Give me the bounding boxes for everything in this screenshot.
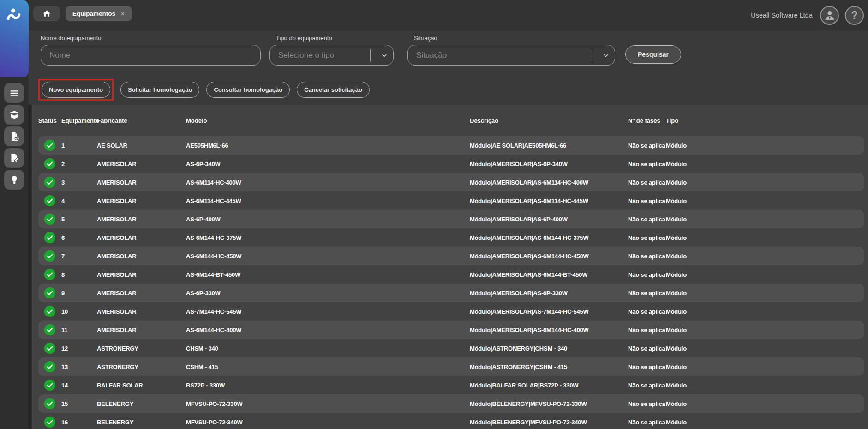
cell-tipo: Módulo bbox=[666, 327, 864, 334]
cell-descricao: Módulo|BELENERGY|MFVSU-PO-72-330W bbox=[470, 400, 628, 407]
col-header-status: Status bbox=[38, 117, 61, 124]
home-icon bbox=[42, 9, 51, 18]
status-ok-icon bbox=[44, 195, 56, 207]
table-row[interactable]: 14 BALFAR SOLAR BS72P - 330W Módulo|BALF… bbox=[38, 376, 864, 394]
company-name: Useall Software Ltda bbox=[751, 12, 813, 19]
table-row[interactable]: 11 AMERISOLAR AS-6M144-HC-400W Módulo|AM… bbox=[38, 321, 864, 339]
search-button[interactable]: Pesquisar bbox=[625, 45, 681, 64]
cell-descricao: Módulo|BELENERGY|MFVSU-PO-72-340W bbox=[470, 419, 628, 426]
select-separator bbox=[592, 49, 592, 61]
table-row[interactable]: 4 AMERISOLAR AS-6M114-HC-445W Módulo|AME… bbox=[38, 191, 864, 210]
chevron-down-icon[interactable] bbox=[376, 52, 393, 59]
table-row[interactable]: 3 AMERISOLAR AS-6M114-HC-400W Módulo|AME… bbox=[38, 173, 864, 191]
table-scrollbar[interactable] bbox=[29, 105, 32, 429]
cell-tipo: Módulo bbox=[666, 419, 864, 426]
cell-tipo: Módulo bbox=[666, 142, 864, 149]
cell-equipamento: 7 bbox=[61, 253, 97, 260]
user-menu-button[interactable] bbox=[820, 6, 839, 25]
cell-fabricante: AMERISOLAR bbox=[97, 161, 186, 167]
topbar: Equipamentos ✕ Useall Software Ltda ? bbox=[29, 0, 868, 30]
cancel-request-button[interactable]: Cancelar solicitação bbox=[297, 82, 370, 98]
cell-fases: Não se aplica bbox=[628, 327, 666, 334]
cell-equipamento: 12 bbox=[61, 345, 97, 352]
table-row[interactable]: 7 AMERISOLAR AS-6M144-HC-450W Módulo|AME… bbox=[38, 247, 864, 265]
table-body: 1 AE SOLAR AE505HM6L-66 Módulo|AE SOLAR|… bbox=[38, 136, 864, 429]
table-row[interactable]: 1 AE SOLAR AE505HM6L-66 Módulo|AE SOLAR|… bbox=[38, 136, 864, 155]
situation-filter-select[interactable]: Situação bbox=[407, 45, 615, 66]
request-homologation-button[interactable]: Solicitar homologação bbox=[120, 82, 199, 98]
sidebar-item-ideas[interactable] bbox=[4, 170, 24, 190]
user-icon bbox=[823, 8, 837, 22]
name-filter-label: Nome do equipamento bbox=[41, 35, 102, 42]
cell-equipamento: 11 bbox=[61, 327, 97, 334]
lightbulb-icon bbox=[9, 175, 19, 185]
cell-fases: Não se aplica bbox=[628, 271, 666, 278]
sidebar bbox=[0, 0, 29, 429]
tab-equipamentos[interactable]: Equipamentos ✕ bbox=[66, 6, 132, 21]
sidebar-item-menu[interactable] bbox=[4, 83, 24, 103]
cell-tipo: Módulo bbox=[666, 308, 864, 315]
cell-fabricante: AMERISOLAR bbox=[97, 216, 186, 223]
help-button[interactable]: ? bbox=[845, 6, 864, 25]
cell-tipo: Módulo bbox=[666, 234, 864, 241]
table-row[interactable]: 2 AMERISOLAR AS-6P-340W Módulo|AMERISOLA… bbox=[38, 155, 864, 173]
table-row[interactable]: 9 AMERISOLAR AS-6P-330W Módulo|AMERISOLA… bbox=[38, 284, 864, 302]
table-row[interactable]: 12 ASTRONERGY CHSM - 340 Módulo|ASTRONER… bbox=[38, 339, 864, 358]
sidebar-item-approvals[interactable] bbox=[4, 126, 24, 146]
cell-equipamento: 10 bbox=[61, 308, 97, 315]
tab-close-icon[interactable]: ✕ bbox=[120, 11, 125, 17]
cell-modelo: MFVSU-PO-72-340W bbox=[186, 419, 470, 426]
chevron-down-icon[interactable] bbox=[597, 52, 615, 59]
cell-descricao: Módulo|AMERISOLAR|AS-6M144-BT-450W bbox=[470, 271, 628, 278]
table-row[interactable]: 10 AMERISOLAR AS-7M144-HC-545W Módulo|AM… bbox=[38, 302, 864, 321]
cell-descricao: Módulo|AMERISOLAR|AS-6P-330W bbox=[470, 290, 628, 297]
cell-fases: Não se aplica bbox=[628, 179, 666, 186]
type-filter-select[interactable]: Selecione o tipo bbox=[269, 45, 394, 66]
cell-modelo: AS-6P-340W bbox=[186, 161, 470, 167]
app-logo-panel[interactable] bbox=[0, 0, 29, 77]
cell-fases: Não se aplica bbox=[628, 161, 666, 167]
cell-descricao: Módulo|AMERISOLAR|AS-6M114-HC-400W bbox=[470, 179, 628, 186]
name-filter-input[interactable] bbox=[41, 45, 261, 66]
sidebar-item-equipments[interactable] bbox=[4, 105, 24, 125]
situation-filter-label: Situação bbox=[414, 35, 437, 42]
table-row[interactable]: 16 BELENERGY MFVSU-PO-72-340W Módulo|BEL… bbox=[38, 413, 864, 429]
cell-fabricante: AMERISOLAR bbox=[97, 271, 186, 278]
status-ok-icon bbox=[44, 213, 56, 225]
cell-fases: Não se aplica bbox=[628, 345, 666, 352]
status-ok-icon bbox=[44, 305, 56, 317]
table-row[interactable]: 6 AMERISOLAR AS-6M144-HC-375W Módulo|AME… bbox=[38, 228, 864, 247]
cell-tipo: Módulo bbox=[666, 400, 864, 407]
new-equipment-button[interactable]: Novo equipamento bbox=[42, 82, 110, 98]
cell-equipamento: 1 bbox=[61, 142, 97, 149]
status-ok-icon bbox=[44, 139, 56, 151]
cell-modelo: MFVSU-PO-72-330W bbox=[186, 400, 470, 407]
col-header-fases: Nº de fases bbox=[628, 117, 666, 124]
cell-fases: Não se aplica bbox=[628, 290, 666, 297]
table-row[interactable]: 15 BELENERGY MFVSU-PO-72-330W Módulo|BEL… bbox=[38, 394, 864, 413]
topbar-right: Useall Software Ltda ? bbox=[751, 0, 864, 30]
table-row[interactable]: 13 ASTRONERGY CSHM - 415 Módulo|ASTRONER… bbox=[38, 358, 864, 376]
cell-fases: Não se aplica bbox=[628, 216, 666, 223]
status-ok-icon bbox=[44, 342, 56, 354]
status-cell bbox=[38, 139, 61, 151]
sidebar-item-register[interactable] bbox=[4, 148, 24, 168]
cell-descricao: Módulo|ASTRONERGY|CHSM - 340 bbox=[470, 345, 628, 352]
cell-fabricante: ASTRONERGY bbox=[97, 345, 186, 352]
equipment-table: Status Equipamento Fabricante Modelo Des… bbox=[29, 105, 868, 429]
status-ok-icon bbox=[44, 361, 56, 373]
cell-fabricante: AE SOLAR bbox=[97, 142, 186, 149]
home-button[interactable] bbox=[33, 6, 60, 21]
status-cell bbox=[38, 176, 61, 188]
document-edit-icon bbox=[9, 153, 20, 164]
type-filter-label: Tipo do equipamento bbox=[276, 35, 332, 42]
table-row[interactable]: 5 AMERISOLAR AS-6P-400W Módulo|AMERISOLA… bbox=[38, 210, 864, 228]
col-header-modelo: Modelo bbox=[186, 117, 470, 124]
cell-fabricante: ASTRONERGY bbox=[97, 363, 186, 370]
cell-equipamento: 15 bbox=[61, 400, 97, 407]
table-row[interactable]: 8 AMERISOLAR AS-6M144-BT-450W Módulo|AME… bbox=[38, 265, 864, 284]
cell-tipo: Módulo bbox=[666, 345, 864, 352]
document-check-icon bbox=[9, 131, 20, 142]
consult-homologation-button[interactable]: Consultar homologação bbox=[206, 82, 290, 98]
cell-fases: Não se aplica bbox=[628, 419, 666, 426]
